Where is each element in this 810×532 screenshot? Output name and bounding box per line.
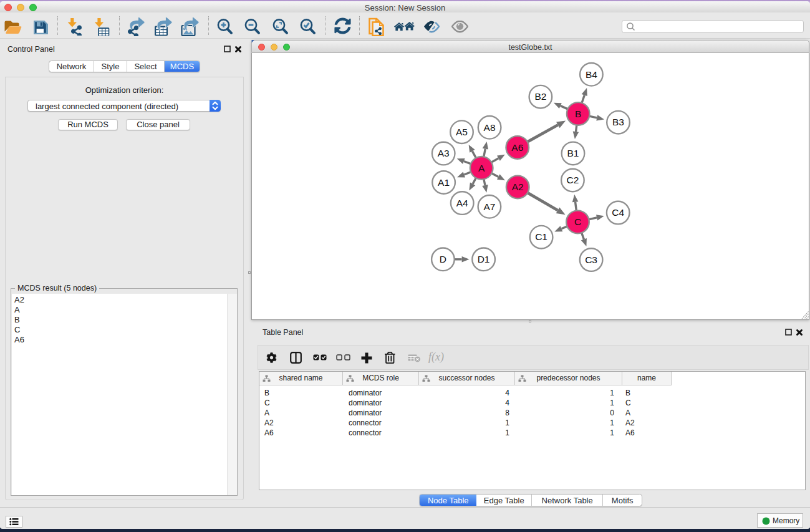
svg-text:D: D — [440, 254, 446, 264]
svg-text:B1: B1 — [567, 148, 579, 158]
svg-text:A2: A2 — [512, 181, 524, 192]
svg-text:C1: C1 — [535, 231, 547, 242]
svg-text:A8: A8 — [484, 122, 496, 133]
svg-text:A6: A6 — [511, 142, 523, 153]
svg-text:A4: A4 — [456, 198, 468, 208]
svg-text:A3: A3 — [438, 148, 450, 158]
svg-text:B: B — [575, 109, 581, 119]
svg-text:A7: A7 — [483, 201, 495, 212]
svg-text:C4: C4 — [612, 207, 624, 218]
svg-text:C2: C2 — [566, 175, 579, 185]
svg-text:B4: B4 — [586, 69, 597, 80]
svg-text:D1: D1 — [478, 254, 490, 264]
svg-text:A: A — [478, 163, 485, 173]
svg-text:C3: C3 — [585, 254, 597, 265]
svg-text:B3: B3 — [612, 117, 624, 127]
svg-text:C: C — [574, 216, 581, 227]
svg-text:A5: A5 — [456, 127, 468, 137]
svg-text:A1: A1 — [438, 177, 450, 188]
svg-text:B2: B2 — [534, 91, 546, 102]
